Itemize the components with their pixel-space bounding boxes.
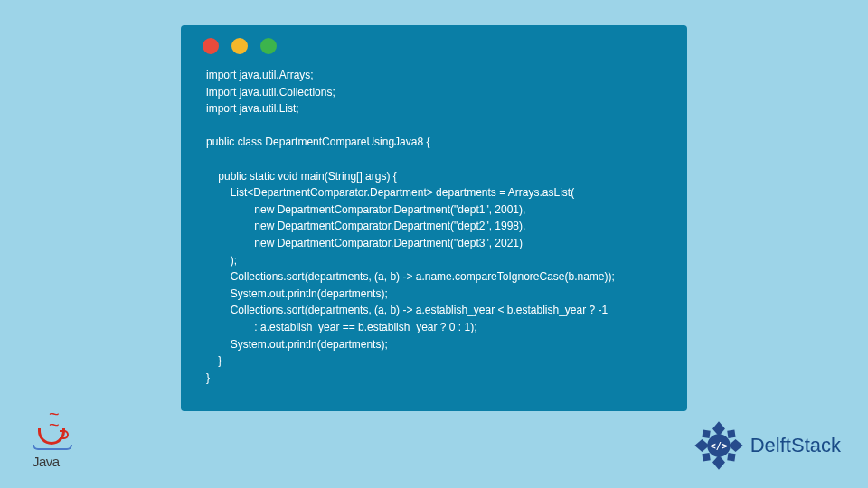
saucer-icon [33, 445, 72, 450]
svg-marker-5 [727, 430, 735, 438]
code-window: import java.util.Arrays; import java.uti… [181, 25, 687, 411]
svg-marker-7 [727, 453, 735, 461]
cup-handle-icon [60, 430, 69, 439]
svg-marker-4 [702, 430, 710, 438]
steam-icon: ~~ [49, 408, 60, 430]
minimize-icon[interactable] [231, 38, 248, 54]
svg-text:</>: </> [710, 440, 727, 451]
java-logo: ~~ Java [29, 407, 80, 472]
java-label: Java [33, 454, 60, 469]
close-icon[interactable] [203, 38, 219, 54]
maximize-icon[interactable] [260, 38, 277, 54]
delftstack-label: DelftStack [750, 434, 841, 457]
svg-marker-2 [694, 439, 709, 452]
svg-marker-1 [712, 455, 725, 469]
delftstack-icon: </> [693, 419, 745, 472]
delftstack-logo: </> DelftStack [693, 419, 841, 472]
svg-marker-6 [702, 453, 710, 461]
window-titlebar [181, 25, 687, 61]
code-body: import java.util.Arrays; import java.uti… [181, 61, 687, 393]
svg-marker-0 [712, 421, 725, 436]
svg-marker-3 [728, 439, 742, 452]
